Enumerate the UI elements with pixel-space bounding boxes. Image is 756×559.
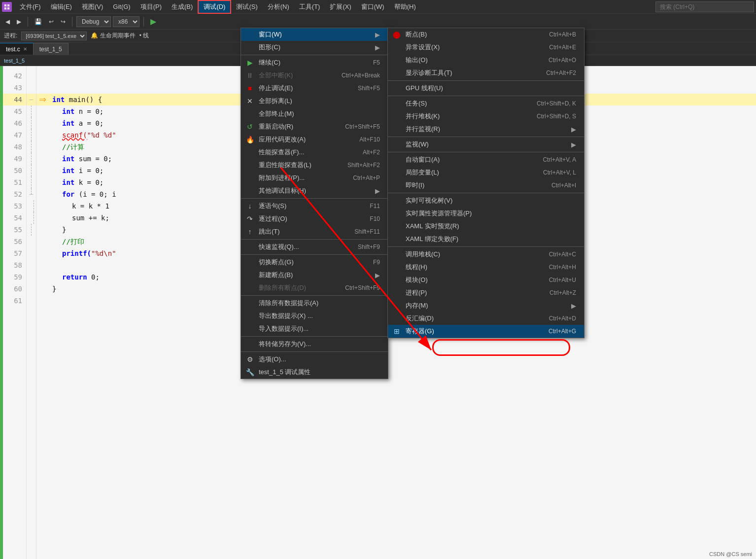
code-line-43 [48,82,756,94]
menu-help[interactable]: 帮助(H) [389,0,421,14]
menu-stop-debug[interactable]: ■ 停止调试(E) Shift+F5 [241,82,388,95]
menu-apply-code-label: 应用代码更改(A) [259,135,306,144]
apply-shortcut: Alt+F10 [349,136,380,143]
menu-step-over[interactable]: ↷ 逐过程(O) F10 [241,212,388,225]
menu-options[interactable]: ⚙ 选项(O)... [241,353,388,366]
menu-delete-bp[interactable]: 删除所有断点(D) Ctrl+Shift+F9 [241,281,388,294]
continue-icon: ▶ [245,58,255,68]
menu-other-targets[interactable]: 其他调试目标(H) ▶ [241,184,388,197]
lifecycle-button[interactable]: 🔔 生命周期事件 [91,32,135,40]
menu-import-tips-label: 导入数据提示(I)... [259,324,309,333]
watermark: CSDN @CS semi [709,551,752,557]
menu-quick-watch-label: 快速监视(Q)... [259,243,299,251]
menu-test[interactable]: 测试(S) [231,0,262,14]
menu-detach-all[interactable]: ✕ 全部拆离(L) [241,95,388,107]
line-num-54: 54 [3,212,26,224]
save-button[interactable]: 💾 [32,17,44,26]
redo-button[interactable]: ↪ [58,17,68,26]
menu-terminate-all[interactable]: 全部终止(M) [241,107,388,120]
code-line-60: } [48,283,756,295]
menu-continue-label: 继续(C) [259,58,280,67]
menu-git[interactable]: Git(G) [108,0,135,14]
menu-tools[interactable]: 工具(T) [294,0,325,14]
process-dropdown[interactable]: [69396] test_1_5.exe [21,32,87,40]
menu-other-targets-label: 其他调试目标(H) [259,186,306,195]
menu-view[interactable]: 视图(V) [77,0,108,14]
menu-window[interactable]: 窗口(W) [356,0,389,14]
line-num-56: 56 [3,236,26,247]
menu-detach-label: 全部拆离(L) [259,97,292,105]
menu-quick-watch[interactable]: 快速监视(Q)... Shift+F9 [241,241,388,253]
toolbar-separator-2 [72,17,72,27]
menu-save-dump-label: 将转储另存为(V)... [259,340,311,349]
menu-step-out[interactable]: ↑ 跳出(T) Shift+F11 [241,225,388,238]
menu-file[interactable]: 文件(F) [15,0,46,14]
menu-analyze[interactable]: 分析(N) [263,0,294,14]
menu-export-tips[interactable]: 导出数据提示(X) ... [241,310,388,322]
sep1 [241,55,388,55]
menu-bar: 文件(F) 编辑(E) 视图(V) Git(G) 项目(P) 生成(B) 调试(… [0,0,756,14]
sep2 [241,198,388,199]
line-num-55: 55 [3,224,26,236]
back-button[interactable]: ◀ [3,17,12,26]
menu-new-bp[interactable]: 新建断点(B) ▶ [241,269,388,281]
menu-save-dump[interactable]: 将转储另存为(V)... [241,338,388,350]
undo-button[interactable]: ↩ [46,17,56,26]
step-out-icon: ↑ [245,227,255,237]
new-bp-arrow: ▶ [375,272,380,279]
menu-toggle-bp[interactable]: 切换断点(G) F9 [241,256,388,269]
platform-dropdown[interactable]: x86 [113,16,139,27]
menu-clear-tips[interactable]: 清除所有数据提示(A) [241,297,388,310]
menu-debug[interactable]: 调试(D) [198,0,231,14]
line-num-48: 48 [3,141,26,153]
code-line-42 [48,70,756,82]
menu-project[interactable]: 项目(P) [136,0,167,14]
menu-edit[interactable]: 编辑(E) [46,0,77,14]
code-content[interactable]: int main() { int n = 0; int a = 0; scanf… [48,66,756,559]
menu-continue[interactable]: ▶ 继续(C) F5 [241,56,388,69]
line-num-57: 57 [3,247,26,259]
menu-extension[interactable]: 扩展(X) [325,0,356,14]
tab-test-c-close[interactable]: ✕ [23,46,27,52]
debug-dropdown-menu[interactable]: 窗口(W) ▶ 图形(C) ▶ ▶ 继续(C) F5 ⏸ 全部中断(K) Ctr… [241,28,388,379]
options-icon: ⚙ [245,354,255,364]
code-line-47: scanf("%d %d" [48,129,756,141]
step-into-icon: ↓ [245,201,255,211]
menu-debug-window[interactable]: 窗口(W) ▶ [241,28,388,41]
menu-perf-profiler[interactable]: 性能探查器(F)... Alt+F2 [241,146,388,159]
tab-test-1-5-label: test_1_5 [39,46,62,53]
menu-restart-perf[interactable]: 重启性能探查器(L) Shift+Alt+F2 [241,159,388,172]
menu-step-over-label: 逐过程(O) [259,214,287,223]
menu-build[interactable]: 生成(B) [167,0,198,14]
break-all-shortcut: Ctrl+Alt+Break [332,72,380,79]
forward-button[interactable]: ▶ [14,17,24,26]
menu-apply-code[interactable]: 🔥 应用代码更改(A) Alt+F10 [241,133,388,146]
menu-restart-label: 重新启动(R) [259,122,293,131]
line-num-43: 43 [3,82,26,94]
submenu-arrow-2: ▶ [375,44,380,51]
code-line-57: printf("%d\n" [48,247,756,259]
start-debug-button[interactable]: ▶ [148,16,159,27]
tab-test-c[interactable]: test.c ✕ [0,43,34,55]
debug-mode-dropdown[interactable]: Debug [76,16,111,27]
code-line-51: int k = 0; [48,176,756,188]
submenu-arrow: ▶ [375,31,380,38]
menu-attach-process[interactable]: 附加到进程(P)... Ctrl+Alt+P [241,172,388,184]
menu-break-all[interactable]: ⏸ 全部中断(K) Ctrl+Alt+Break [241,69,388,82]
continue-shortcut: F5 [363,59,380,66]
line-num-59: 59 [3,271,26,283]
menu-debug-graphics[interactable]: 图形(C) ▶ [241,41,388,54]
menu-delete-bp-label: 删除所有断点(D) [259,283,306,292]
process-label: 进程: [4,32,17,40]
menu-stop-label: 停止调试(E) [259,84,293,93]
menu-debug-props[interactable]: 🔧 test_1_5 调试属性 [241,366,388,379]
menu-step-into[interactable]: ↓ 逐语句(S) F11 [241,200,388,212]
breadcrumb-path: test_1_5 [4,58,25,64]
toolbar-separator-3 [143,17,144,27]
line-num-53: 53 [3,200,26,212]
tab-test-1-5[interactable]: test_1_5 [34,43,69,55]
search-input[interactable] [655,1,754,12]
menu-restart[interactable]: ↺ 重新启动(R) Ctrl+Shift+F5 [241,120,388,133]
menu-import-tips[interactable]: 导入数据提示(I)... [241,322,388,335]
menu-step-out-label: 跳出(T) [259,227,280,236]
